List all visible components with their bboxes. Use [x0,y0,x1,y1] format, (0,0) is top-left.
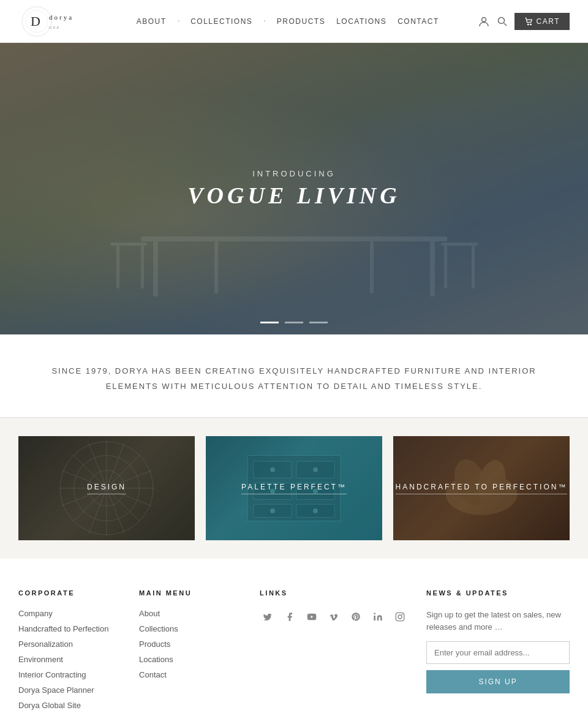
hero-intro-text: INTRODUCING [187,169,401,178]
signup-button[interactable]: SIGN UP [426,670,570,693]
footer-menu-products[interactable]: Products [139,639,241,649]
tagline-section: SINCE 1979, DORYA HAS BEEN CREATING EXQU… [0,334,588,418]
social-icons-row [260,609,408,625]
svg-point-51 [402,614,402,615]
hero-dot-1[interactable] [260,322,279,323]
hero-dot-3[interactable] [309,322,328,323]
svg-point-50 [398,615,402,619]
facebook-icon[interactable] [282,609,298,625]
footer-menu-contact[interactable]: Contact [139,670,241,679]
svg-rect-20 [472,246,475,289]
cart-label: CART [537,17,560,26]
footer-link-handcrafted[interactable]: Handcrafted to Perfection [18,624,121,633]
svg-rect-15 [110,243,147,246]
footer-link-global[interactable]: Dorya Global Site [18,701,121,710]
svg-line-7 [504,23,507,26]
nav-products[interactable]: PRODUCTS [277,17,325,26]
nav-locations[interactable]: LOCATIONS [336,17,386,26]
nav-contact[interactable]: CONTACT [398,17,439,26]
main-menu-title: MAIN MENU [139,589,241,597]
footer-link-space-planner[interactable]: Dorya Space Planner [18,685,121,695]
svg-rect-11 [153,241,158,296]
newsletter-title: NEWS & UPDATES [426,589,570,597]
footer-link-interior[interactable]: Interior Contracting [18,670,121,679]
footer-link-personalization[interactable]: Personalization [18,639,121,649]
footer-menu-collections[interactable]: Collections [139,624,241,633]
footer-main-menu: MAIN MENU About Collections Products Loc… [139,589,241,713]
tile-handcraft-label: HANDCRAFTED TO PERFECTION™ [396,483,568,494]
svg-point-9 [530,24,531,25]
nav-about[interactable]: ABOUT [137,17,167,26]
svg-rect-14 [370,241,374,293]
vimeo-icon[interactable] [326,609,342,625]
svg-rect-18 [141,246,144,289]
svg-text:D: D [31,13,40,29]
newsletter-description: Sign up to get the latest on sales, new … [426,609,570,633]
cart-button[interactable]: CART [514,13,570,30]
tagline-line1: SINCE 1979, DORYA HAS BEEN CREATING EXQU… [49,364,539,379]
main-nav: ABOUT • COLLECTIONS • PRODUCTS LOCATIONS… [137,17,439,26]
nav-dot-1: • [178,18,180,25]
links-title: LINKS [260,589,408,597]
account-icon[interactable] [478,15,490,28]
search-icon[interactable] [496,15,508,28]
svg-rect-12 [430,241,435,296]
footer-menu-locations[interactable]: Locations [139,655,241,664]
svg-point-8 [527,24,529,25]
twitter-icon[interactable] [260,609,276,625]
tile-handcraft[interactable]: HANDCRAFTED TO PERFECTION™ [393,436,570,540]
svg-point-6 [498,17,504,23]
feature-tiles: DESIGN PALETTE PERFECT™ [0,418,588,559]
footer-grid: CORPORATE Company Handcrafted to Perfect… [18,589,570,713]
tagline-line2: ELEMENTS WITH METICULOUS ATTENTION TO DE… [49,379,539,394]
svg-rect-10 [141,236,447,241]
footer-menu-about[interactable]: About [139,609,241,618]
hero-content: INTRODUCING VOGUE LIVING [187,169,401,209]
svg-rect-13 [214,241,218,293]
footer-link-environment[interactable]: Environment [18,655,121,664]
footer-link-company[interactable]: Company [18,609,121,618]
svg-rect-49 [396,613,404,621]
corporate-title: CORPORATE [18,589,121,597]
footer-newsletter: NEWS & UPDATES Sign up to get the latest… [426,589,570,713]
instagram-icon[interactable] [392,609,408,625]
cart-icon [524,17,533,26]
tile-palette[interactable]: PALETTE PERFECT™ [206,436,382,540]
tile-design-label: DESIGN [87,483,126,494]
tile-palette-label: PALETTE PERFECT™ [241,483,347,494]
footer-corporate: CORPORATE Company Handcrafted to Perfect… [18,589,121,713]
svg-rect-19 [444,246,447,289]
svg-text:dorya: dorya [49,13,74,21]
svg-text:USA: USA [49,26,60,29]
hero-title-text: VOGUE LIVING [187,182,401,209]
svg-point-48 [374,613,375,615]
logo[interactable]: D dorya USA [18,4,98,38]
nav-dot-2: • [263,18,266,25]
nav-collections[interactable]: COLLECTIONS [190,17,252,26]
svg-rect-17 [116,246,119,289]
footer-links: LINKS [260,589,408,713]
hero-section: INTRODUCING VOGUE LIVING [0,43,588,334]
site-header: D dorya USA ABOUT • COLLECTIONS • PRODUC… [0,0,588,43]
svg-rect-16 [441,243,478,246]
svg-point-5 [481,17,486,21]
header-icons: CART [478,13,570,30]
email-input[interactable] [426,641,570,664]
site-footer: CORPORATE Company Handcrafted to Perfect… [0,559,588,713]
hero-pagination [260,322,328,323]
youtube-icon[interactable] [304,609,320,625]
tile-design[interactable]: DESIGN [18,436,195,540]
linkedin-icon[interactable] [370,609,386,625]
hero-dot-2[interactable] [285,322,303,323]
pinterest-icon[interactable] [348,609,364,625]
